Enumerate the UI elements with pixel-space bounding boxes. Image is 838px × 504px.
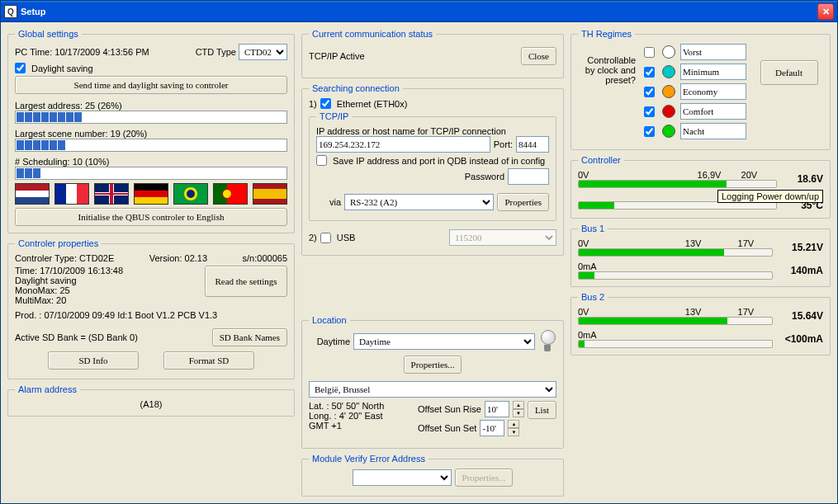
controller-gauge-legend: Controller [578,155,624,165]
comm-close-button[interactable]: Close [521,47,556,65]
th-regime-row [644,83,746,100]
ip-input[interactable] [316,136,490,153]
password-label: Password [465,172,504,181]
location-group: Location Daytime Daytime Properties... B… [301,315,564,449]
sd-info-button[interactable]: SD Info [48,351,139,370]
th-regime-row [644,64,746,80]
city-select[interactable]: België, Brussel [309,381,556,398]
alarm-value: (A18) [15,399,287,409]
properties-button[interactable]: Properties [497,193,549,211]
location-props-button[interactable]: Properties... [404,356,462,374]
pc-time-label: PC Time: [15,47,52,57]
flag-de-icon[interactable] [134,183,168,205]
sunrise-spinner[interactable]: ▲▼ [513,401,524,417]
flag-pt-icon[interactable] [213,183,248,205]
sunset-input[interactable] [480,420,504,436]
window-title: Setup [21,7,817,16]
bus2-group: Bus 2 0V13V17V 15.64V 0mA <100mA [571,292,831,356]
regime-checkbox[interactable] [644,126,655,137]
regime-name-input[interactable] [680,123,746,139]
lat-text: Lat. : 50' 50'' North [309,401,414,411]
ip-label: IP address or host name for TCP/IP conne… [316,126,549,136]
gmt-text: GMT +1 [309,421,414,431]
controller-daylight: Daylight saving [15,276,198,285]
regime-name-input[interactable] [680,83,746,100]
regime-checkbox[interactable] [644,47,655,58]
sunset-spinner[interactable]: ▲▼ [508,420,519,436]
bus1-group: Bus 1 0V13V17V 15.21V 0mA 140mA [571,224,831,287]
send-time-button[interactable]: Send time and daylight saving to control… [15,76,287,94]
via-select[interactable]: RS-232 (A2) [344,194,494,210]
regime-name-input[interactable] [680,103,746,120]
comm-legend: Current communication status [309,29,436,39]
th-regimes-group: TH Regimes Controllable by clock and pre… [571,29,831,150]
pc-time-value: 10/17/2009 4:13:56 PM [54,47,149,57]
baud-select: 115200 [449,229,556,246]
usb-checkbox[interactable] [320,233,331,243]
multimax: MultiMax: 20 [15,295,198,305]
ethernet-checkbox[interactable] [320,98,331,109]
default-button[interactable]: Default [760,60,818,85]
tcpip-group: TCP/IP IP address or host name for TCP/I… [309,111,556,221]
sdbank-names-button[interactable]: SD Bank Names [212,328,287,346]
read-settings-button[interactable]: Read the settings [205,266,287,297]
th-regime-row [644,123,746,139]
port-label: Port: [494,139,513,149]
flag-es-icon[interactable] [253,183,287,205]
flag-br-icon[interactable] [173,183,208,205]
controllable-label: Controllable by clock and preset? [578,44,636,85]
close-icon[interactable]: ✕ [817,3,834,20]
daytime-select[interactable]: Daytime [353,333,535,350]
port-input[interactable] [516,136,549,153]
search-legend: Searching connection [309,83,403,93]
format-sd-button[interactable]: Format SD [163,351,254,370]
regime-name-input[interactable] [680,64,746,80]
module-legend: Module Verify Error Address [309,454,428,464]
monomax: MonoMax: 25 [15,285,198,295]
flag-nl-icon[interactable] [15,183,50,205]
scheduling-bar [15,167,287,180]
save-ip-checkbox[interactable] [316,155,327,166]
controller-voltage: 18.6V [782,173,823,185]
regime-color-icon [662,65,675,78]
eth-num: 1) [309,99,317,109]
global-settings-group: Global settings PC Time: 10/17/2009 4:13… [7,29,295,233]
module-props-button: Properties... [455,469,514,487]
alarm-group: Alarm address (A18) [7,384,295,417]
init-english-button[interactable]: Initialise the QBUS controler to English [15,208,287,226]
th-legend: TH Regimes [578,29,635,39]
regime-name-input[interactable] [680,44,746,60]
controller-time: Time: 17/10/2009 16:13:48 [15,266,198,276]
flag-uk-icon[interactable] [94,183,129,205]
largest-addr-label: Largest address: 25 (26%) [15,101,287,111]
ctd-type-select[interactable]: CTD02 [239,44,287,60]
app-icon: Q [4,5,17,18]
sunrise-label: Offset Sun Rise [418,404,481,414]
global-legend: Global settings [15,29,82,39]
regime-checkbox[interactable] [644,67,655,78]
daylight-checkbox[interactable] [15,63,26,73]
password-input[interactable] [508,168,549,185]
largest-scene-label: Largest scene number: 19 (20%) [15,129,287,139]
regime-checkbox[interactable] [644,87,655,97]
prod-info: Prod. : 07/10/2009 09:49 Id:1 Boot V1.2 … [15,310,287,320]
alarm-legend: Alarm address [15,384,80,394]
th-regime-row [644,103,746,120]
flag-fr-icon[interactable] [54,183,89,205]
ctd-type-label: CTD Type [196,47,236,57]
tooltip: Logging Power down/up [717,190,823,203]
module-verify-group: Module Verify Error Address Properties..… [301,454,564,497]
largest-scene-bar [15,139,287,152]
module-addr-select[interactable] [353,469,452,486]
usb-num: 2) [309,233,317,243]
th-regime-row [644,44,746,60]
controller-version: Version: 02.13 [149,253,207,263]
bus2-current: <100mA [778,333,823,345]
titlebar: Q Setup ✕ [1,1,837,22]
sunrise-input[interactable] [485,401,509,417]
largest-addr-bar [15,111,287,124]
list-button[interactable]: List [528,401,556,419]
ethernet-label: Ethernet (ETH0x) [337,99,408,109]
regime-checkbox[interactable] [644,106,655,117]
long-text: Long. : 4' 20'' East [309,411,414,421]
